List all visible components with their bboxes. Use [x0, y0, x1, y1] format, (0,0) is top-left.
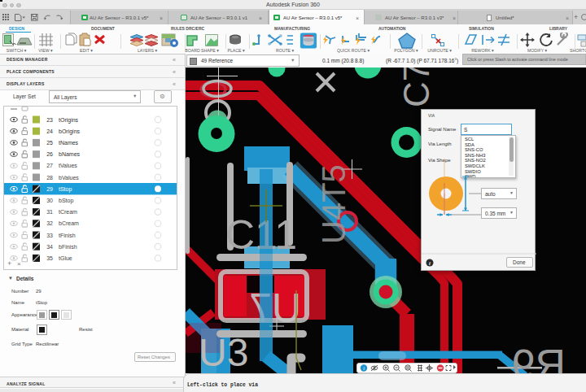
svg-text:24: 24 [46, 128, 53, 134]
svg-text:U7: U7 [249, 285, 301, 331]
svg-text:30: 30 [46, 198, 53, 203]
svg-text:tCream: tCream [59, 209, 77, 215]
svg-text:28: 28 [46, 175, 53, 181]
svg-text:bCream: bCream [59, 220, 79, 226]
svg-text:23: 23 [46, 117, 53, 123]
svg-text:R9: R9 [512, 341, 566, 373]
svg-text:bStop: bStop [59, 198, 73, 204]
svg-text:MODIFY ▾: MODIFY ▾ [527, 48, 548, 53]
svg-text:POLYGON ▾: POLYGON ▾ [394, 48, 418, 53]
svg-text:29: 29 [46, 186, 53, 192]
svg-text:×: × [17, 260, 21, 268]
svg-text:C7: C7 [396, 68, 436, 107]
svg-text:26: 26 [46, 151, 53, 157]
svg-text:bNames: bNames [59, 151, 81, 157]
svg-text:SHORTC: SHORTC [570, 48, 586, 53]
svg-text:27: 27 [46, 163, 53, 168]
svg-text:bOrigins: bOrigins [59, 128, 81, 135]
svg-text:i: i [429, 260, 431, 266]
svg-text:U4T5: U4T5 [316, 164, 352, 244]
svg-text:tValues: tValues [59, 163, 77, 168]
svg-text:tNames: tNames [59, 140, 79, 146]
svg-text:32: 32 [46, 220, 53, 226]
svg-text:ROUTE ▾: ROUTE ▾ [276, 48, 295, 53]
svg-text:+: + [7, 259, 11, 268]
svg-text:VIEW ▾: VIEW ▾ [38, 48, 53, 53]
svg-text:34: 34 [46, 244, 53, 250]
svg-text:UNROUTE ▾: UNROUTE ▾ [427, 48, 452, 53]
svg-text:SWITCH ▾: SWITCH ▾ [7, 48, 27, 53]
svg-text:PLACE ▾: PLACE ▾ [227, 48, 244, 53]
svg-text:25: 25 [46, 140, 53, 146]
svg-text:tOrigins: tOrigins [59, 117, 79, 124]
svg-text:U3: U3 [199, 331, 248, 373]
svg-text:BOARD SHAPE ▾: BOARD SHAPE ▾ [185, 48, 219, 53]
svg-text:EDIT ▾: EDIT ▾ [80, 48, 93, 53]
svg-text:bValues: bValues [59, 175, 79, 181]
svg-text:tFinish: tFinish [59, 233, 76, 238]
svg-text:tStop: tStop [59, 186, 72, 193]
svg-text:31: 31 [46, 209, 53, 215]
svg-text:35: 35 [46, 255, 53, 261]
svg-text:tGlue: tGlue [59, 255, 72, 261]
svg-text:bFinish: bFinish [59, 244, 77, 250]
svg-text:33: 33 [46, 233, 53, 238]
svg-text:LAYERS ▾: LAYERS ▾ [138, 48, 158, 53]
svg-text:QUICK ROUTE ▾: QUICK ROUTE ▾ [337, 48, 370, 53]
svg-text:REWORK ▾: REWORK ▾ [471, 48, 494, 53]
